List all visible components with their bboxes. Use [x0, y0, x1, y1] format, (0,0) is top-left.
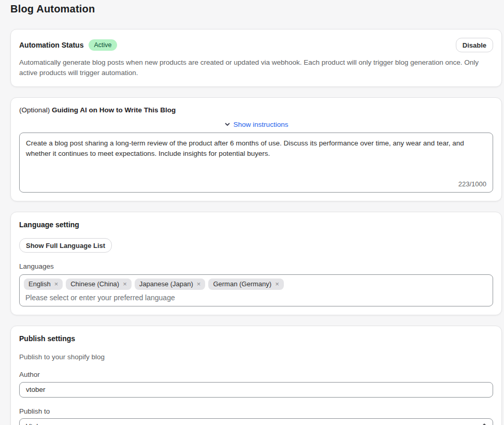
close-icon[interactable]: × [197, 280, 201, 288]
languages-label: Languages [19, 262, 493, 270]
automation-status-heading: Automation Status [19, 41, 83, 49]
disable-button[interactable]: Disable [456, 38, 493, 52]
language-tag-label: Japanese (Japan) [139, 280, 193, 288]
show-instructions-label: Show instructions [234, 121, 289, 128]
language-tag: English × [24, 279, 63, 290]
guidance-label-bold: Guiding AI on How to Write This Blog [52, 106, 176, 114]
status-badge: Active [89, 39, 117, 51]
page-title: Blog Automation [10, 3, 502, 15]
language-tags: English × Chinese (China) × Japanese (Ja… [24, 279, 488, 290]
char-counter: 223/1000 [20, 180, 493, 192]
automation-status-title-group: Automation Status Active [19, 39, 117, 51]
language-tag: German (Germany) × [208, 279, 283, 290]
author-input[interactable] [19, 382, 493, 398]
author-label: Author [19, 371, 493, 378]
close-icon[interactable]: × [123, 280, 127, 288]
show-full-language-list-button[interactable]: Show Full Language List [19, 238, 112, 253]
publish-to-value: Vtober [26, 422, 47, 425]
publish-subtitle: Publish to your shopify blog [19, 353, 493, 361]
automation-status-header: Automation Status Active Disable [19, 38, 493, 52]
language-tag: Japanese (Japan) × [135, 279, 206, 290]
language-setting-heading: Language setting [19, 221, 493, 229]
language-tag-label: German (Germany) [213, 280, 271, 288]
show-instructions-row: Show instructions [19, 120, 493, 129]
automation-description: Automatically generate blog posts when n… [19, 57, 493, 78]
guidance-label: (Optional) Guiding AI on How to Write Th… [19, 106, 493, 114]
blog-automation-page: Blog Automation Automation Status Active… [0, 0, 504, 425]
select-chevrons-icon [481, 422, 487, 425]
prompt-box: Create a blog post sharing a long-term r… [19, 133, 493, 193]
publish-card: Publish settings Publish to your shopify… [10, 326, 502, 425]
guidance-card: (Optional) Guiding AI on How to Write Th… [10, 97, 502, 201]
language-search-input[interactable] [24, 294, 488, 302]
languages-input-box[interactable]: English × Chinese (China) × Japanese (Ja… [19, 274, 493, 306]
show-instructions-toggle[interactable]: Show instructions [224, 121, 289, 128]
language-tag-label: Chinese (China) [70, 280, 119, 288]
automation-status-card: Automation Status Active Disable Automat… [10, 29, 502, 87]
close-icon[interactable]: × [54, 280, 59, 288]
publish-to-select[interactable]: Vtober [19, 418, 493, 425]
publish-settings-heading: Publish settings [19, 334, 493, 343]
close-icon[interactable]: × [275, 280, 279, 288]
optional-prefix: (Optional) [19, 106, 50, 114]
prompt-textarea[interactable]: Create a blog post sharing a long-term r… [20, 133, 493, 180]
language-tag: Chinese (China) × [66, 279, 132, 290]
language-tag-label: English [28, 280, 51, 288]
language-card: Language setting Show Full Language List… [10, 212, 502, 315]
publish-to-label: Publish to [19, 407, 493, 415]
chevron-down-icon [224, 121, 231, 127]
